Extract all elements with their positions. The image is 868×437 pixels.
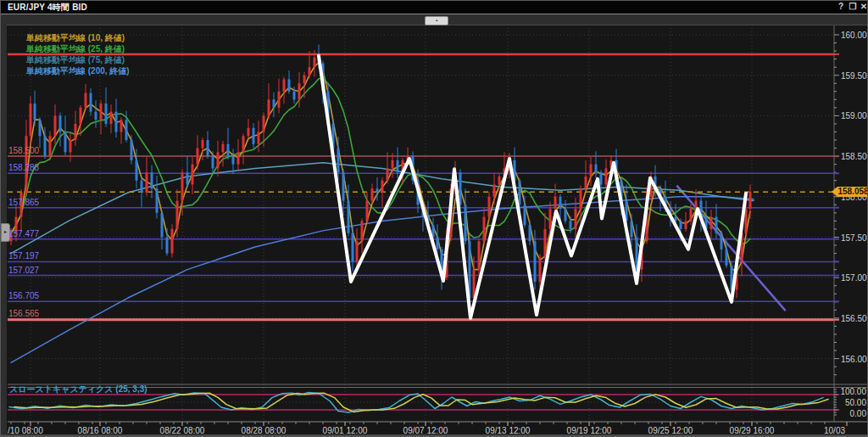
close-icon[interactable]: ✕ [859,2,868,11]
price-line-label: 158.288 [8,163,39,172]
toolbar: ▪ [1,14,868,25]
price-axis-label: 159.000 [841,111,868,120]
price-axis-label: 160.000 [841,31,868,40]
stoch-axis-label: 0.00 [839,409,866,418]
price-line-label: 157.197 [8,251,39,261]
stochastics-label: スローストキャスティクス (25, 3,3) [9,384,147,394]
price-axis-label: 159.500 [841,71,868,81]
chart-window: EUR/JPY 4時間 BID ? ❐ ✕ ▪ ▸ 単純移動平均線 (10, 終… [0,0,868,437]
legend-ma-1: 単純移動平均線 (25, 終値) [26,44,125,53]
price-line-label: 157.477 [8,229,39,238]
stoch-axis-label: 50.00 [839,398,866,407]
collapse-toolbar-button[interactable]: ▪ [425,16,448,25]
price-line-label: 157.027 [8,266,39,275]
price-line-label: 157.865 [8,198,39,207]
price-line-label: 158.500 [8,146,39,155]
price-axis-label: 156.500 [841,314,868,323]
stoch-axis-label: 100.00 [839,387,866,396]
legend-ma-3: 単純移動平均線 (200, 終値) [26,66,130,76]
price-axis-label: 156.000 [841,355,868,364]
chart-canvas[interactable] [1,1,868,437]
price-axis-label: 158.500 [841,152,868,161]
window-title: EUR/JPY 4時間 BID [8,3,87,12]
price-line-label: 156.705 [8,291,39,300]
price-axis-label: 157.000 [841,273,868,283]
legend-ma-2: 単純移動平均線 (75, 終値) [26,55,125,64]
title-bar[interactable]: EUR/JPY 4時間 BID ? ❐ ✕ [1,1,868,14]
help-icon[interactable]: ? [836,2,846,11]
maximize-icon[interactable]: ❐ [848,2,858,11]
price-axis-label: 157.500 [841,233,868,243]
legend-ma-0: 単純移動平均線 (10, 終値) [26,33,125,42]
current-price-tag: 158.058 [837,187,868,197]
price-line-label: 156.565 [8,309,39,318]
